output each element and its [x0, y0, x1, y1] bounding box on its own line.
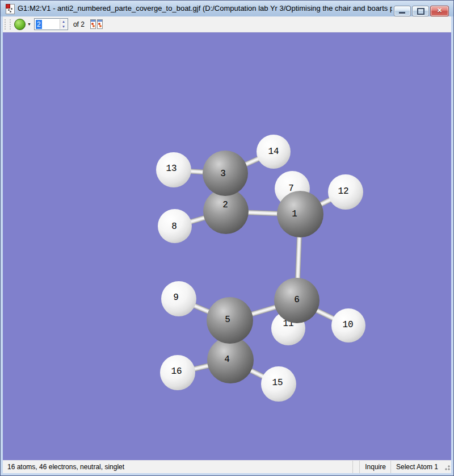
- molecule-scene: 11714234561138129101615: [3, 32, 451, 460]
- close-button[interactable]: ✕: [430, 6, 449, 16]
- atom-sphere-H9[interactable]: [161, 281, 196, 316]
- frame-value[interactable]: 2: [36, 20, 42, 29]
- minimize-button[interactable]: [394, 6, 411, 16]
- status-bar: 16 atoms, 46 electrons, neutral, singlet…: [3, 460, 451, 473]
- frame-total-label: of 2: [73, 20, 85, 28]
- dropdown-arrow-icon[interactable]: ▼: [27, 22, 31, 26]
- titlebar[interactable]: G1:M2:V1 - anti2_numbered_parte_coverge_…: [1, 1, 453, 16]
- atom-label-C4: 4: [224, 354, 230, 365]
- toolbar-grip[interactable]: [5, 19, 11, 30]
- atom-sphere-C4[interactable]: [207, 337, 254, 383]
- resize-grip[interactable]: [443, 463, 451, 471]
- selection-status: Select Atom 1: [392, 463, 443, 471]
- app-icon[interactable]: [6, 4, 15, 14]
- atom-label-H12: 12: [338, 186, 348, 197]
- atom-label-H9: 9: [173, 293, 179, 303]
- spin-down-icon[interactable]: ▼: [60, 24, 67, 30]
- close-icon: ✕: [431, 7, 448, 14]
- structure-windows-icon[interactable]: [90, 19, 103, 29]
- atom-label-H8: 8: [171, 222, 177, 232]
- mouse-mode-status: Inquire: [360, 463, 390, 471]
- maximize-icon: [417, 8, 424, 15]
- frame-spinbox[interactable]: 2 ▲ ▼: [34, 18, 68, 30]
- frame-toolbar: ▼ 2 ▲ ▼ of 2: [3, 16, 451, 32]
- atom-label-C6: 6: [294, 295, 300, 305]
- atom-label-H15: 15: [272, 378, 283, 388]
- element-fragment-button[interactable]: [14, 19, 26, 30]
- atom-label-C1: 1: [292, 209, 297, 219]
- window-controls: ✕: [394, 6, 449, 16]
- spin-up-icon[interactable]: ▲: [60, 19, 67, 24]
- atom-sphere-C1[interactable]: [277, 191, 323, 237]
- atom-label-H16: 16: [171, 366, 182, 377]
- maximize-button[interactable]: [412, 6, 429, 16]
- atom-label-C3: 3: [220, 169, 226, 179]
- molecule-canvas[interactable]: 11714234561138129101615: [3, 32, 451, 460]
- atom-label-H13: 13: [166, 164, 176, 174]
- atom-label-C2: 2: [222, 200, 228, 210]
- atom-label-C5: 5: [225, 315, 230, 325]
- app-icon-red-square: [6, 4, 10, 9]
- minimize-icon: [399, 12, 405, 14]
- gaussview-molecule-window: G1:M2:V1 - anti2_numbered_parte_coverge_…: [0, 0, 454, 476]
- molecule-summary: 16 atoms, 46 electrons, neutral, singlet: [3, 463, 352, 471]
- atom-label-H14: 14: [268, 147, 279, 157]
- frame-spinner: ▲ ▼: [60, 19, 67, 29]
- atom-label-H10: 10: [342, 320, 353, 330]
- window-title: G1:M2:V1 - anti2_numbered_parte_coverge_…: [18, 4, 392, 12]
